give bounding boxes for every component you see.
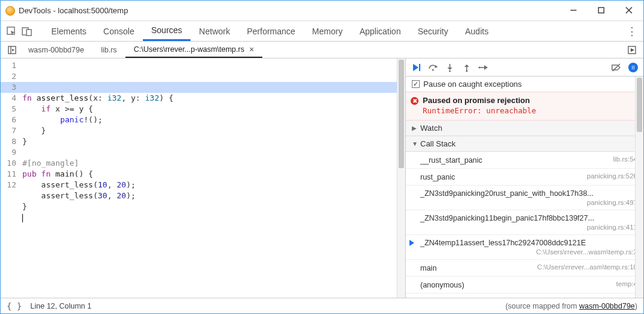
line-gutter: 123456789101112 bbox=[1, 58, 22, 298]
stack-frame[interactable]: (anonymous)temp:4 bbox=[406, 277, 643, 294]
source-mapped-info: (source mapped from wasm-00bbd79e) bbox=[505, 302, 637, 310]
stack-frame-loc: C:\Users\rrever...wasm\temp.rs:3 bbox=[420, 248, 637, 256]
content-area: 123456789101112 fn assert_less(x: i32, y… bbox=[1, 58, 643, 298]
inspect-icon[interactable] bbox=[5, 25, 17, 37]
stack-frame-fn: _ZN4temp11assert_less17hc29247008ddc9121… bbox=[420, 239, 637, 247]
svg-rect-1 bbox=[599, 7, 604, 13]
code-line: pub fn main() { bbox=[22, 169, 405, 180]
status-bar: { } Line 12, Column 1 (source mapped fro… bbox=[1, 298, 643, 313]
code-line: assert_less(30, 20); bbox=[22, 190, 405, 201]
watch-section[interactable]: ▶ Watch bbox=[406, 121, 643, 136]
stack-frame-fn: __rust_start_panic bbox=[420, 156, 482, 165]
stack-frame-fn: main bbox=[420, 264, 437, 272]
paused-reason: Paused on promise rejection bbox=[423, 96, 637, 105]
code-line: } bbox=[22, 125, 405, 136]
stack-frame[interactable]: rust_panicpanicking.rs:526 bbox=[406, 169, 643, 186]
file-tabstrip: wasm-00bbd79elib.rsC:\Users\rrever...p-w… bbox=[1, 42, 643, 58]
code-line: #[no_mangle] bbox=[22, 158, 405, 169]
stack-frame[interactable]: __rust_start_paniclib.rs:54 bbox=[406, 152, 643, 169]
error-icon: ✖ bbox=[411, 97, 418, 105]
svg-point-24 bbox=[479, 66, 481, 68]
close-button[interactable] bbox=[623, 6, 635, 16]
stack-frame-loc: panicking.rs:411 bbox=[420, 224, 637, 231]
source-pane: 123456789101112 fn assert_less(x: i32, y… bbox=[1, 58, 406, 298]
code-line: if x >= y { bbox=[22, 104, 405, 115]
minimize-button[interactable] bbox=[567, 6, 579, 16]
file-tab-label: wasm-00bbd79e bbox=[28, 46, 84, 54]
panel-tab-console[interactable]: Console bbox=[95, 21, 142, 41]
stack-frame[interactable]: _ZN4temp11assert_less17hc29247008ddc9121… bbox=[406, 235, 643, 260]
file-tab[interactable]: wasm-00bbd79e bbox=[20, 42, 92, 58]
debugger-pane: II ✓ Pause on caught exceptions ✖ Paused… bbox=[406, 58, 643, 298]
panel-tab-performance[interactable]: Performance bbox=[238, 21, 303, 41]
stack-frame[interactable]: _ZN3std9panicking20rust_panic_with_hook1… bbox=[406, 186, 643, 210]
code-line: } bbox=[22, 136, 405, 147]
svg-marker-12 bbox=[413, 64, 418, 71]
debugger-scrollbar[interactable] bbox=[635, 77, 643, 298]
pretty-print-icon[interactable]: { } bbox=[7, 301, 22, 311]
stack-frame-fn: rust_panic bbox=[420, 173, 455, 181]
step-over-icon[interactable] bbox=[428, 62, 438, 73]
pause-on-exceptions-icon[interactable]: II bbox=[628, 62, 639, 73]
close-tab-icon[interactable]: × bbox=[249, 45, 254, 54]
watch-label: Watch bbox=[420, 124, 442, 133]
source-map-link[interactable]: wasm-00bbd79e bbox=[579, 302, 634, 310]
panel-tab-memory[interactable]: Memory bbox=[304, 21, 352, 41]
expand-icon: ▶ bbox=[412, 125, 418, 131]
window-title: DevTools - localhost:5000/temp bbox=[19, 6, 564, 15]
stack-frame[interactable]: mainC:\Users\rrever...asm\temp.rs:10 bbox=[406, 260, 643, 277]
run-snippet-icon[interactable] bbox=[625, 42, 639, 58]
step-into-icon[interactable] bbox=[444, 62, 455, 73]
pause-on-caught-label: Pause on caught exceptions bbox=[423, 80, 522, 89]
panel-tabstrip: ElementsConsoleSourcesNetworkPerformance… bbox=[1, 21, 643, 42]
callstack-label: Call Stack bbox=[420, 139, 456, 148]
stack-frame-loc: temp:4 bbox=[616, 280, 637, 287]
file-tab-label: C:\Users\rrever...p-wasm\temp.rs bbox=[134, 45, 244, 54]
deactivate-breakpoints-icon[interactable] bbox=[611, 62, 622, 73]
collapse-icon: ▼ bbox=[412, 140, 418, 147]
stack-frame-loc: C:\Users\rrever...asm\temp.rs:10 bbox=[537, 263, 637, 271]
stack-frame-fn: (anonymous) bbox=[420, 281, 464, 289]
code-line bbox=[22, 147, 405, 158]
pause-on-caught-checkbox[interactable]: ✓ Pause on caught exceptions bbox=[406, 77, 643, 92]
resume-icon[interactable] bbox=[411, 62, 421, 73]
navigator-toggle-icon[interactable] bbox=[5, 42, 19, 58]
file-tab[interactable]: C:\Users\rrever...p-wasm\temp.rs× bbox=[125, 42, 263, 58]
panel-tab-application[interactable]: Application bbox=[351, 21, 409, 41]
window-titlebar: DevTools - localhost:5000/temp bbox=[1, 1, 643, 21]
overflow-menu-icon[interactable]: ⋮ bbox=[627, 25, 637, 38]
code-line bbox=[22, 212, 405, 223]
file-tab-label: lib.rs bbox=[101, 46, 116, 54]
debugger-toolbar: II bbox=[406, 58, 643, 77]
window-buttons bbox=[567, 6, 635, 16]
device-toggle-icon[interactable] bbox=[21, 25, 33, 37]
debugger-body: ✓ Pause on caught exceptions ✖ Paused on… bbox=[406, 77, 643, 298]
paused-detail: RuntimeError: unreachable bbox=[423, 106, 637, 115]
code-line: fn assert_less(x: i32, y: i32) { bbox=[22, 93, 405, 104]
stack-frame-loc: lib.rs:54 bbox=[613, 155, 637, 163]
stack-frame-fn: _ZN3std9panicking20rust_panic_with_hook1… bbox=[420, 189, 637, 198]
svg-marker-23 bbox=[484, 65, 488, 70]
code-area[interactable]: fn assert_less(x: i32, y: i32) { if x >=… bbox=[22, 58, 405, 298]
svg-marker-17 bbox=[447, 68, 452, 70]
checkbox-icon: ✓ bbox=[412, 80, 420, 88]
paused-banner: ✖ Paused on promise rejection RuntimeErr… bbox=[406, 92, 643, 121]
panel-tab-network[interactable]: Network bbox=[191, 21, 238, 41]
stack-frame-loc: panicking.rs:526 bbox=[587, 172, 637, 180]
panel-tab-security[interactable]: Security bbox=[409, 21, 457, 41]
callstack-section[interactable]: ▼ Call Stack bbox=[406, 136, 643, 152]
panel-tab-audits[interactable]: Audits bbox=[456, 21, 497, 41]
svg-marker-20 bbox=[464, 64, 469, 67]
svg-marker-11 bbox=[631, 48, 634, 52]
file-tab[interactable]: lib.rs bbox=[92, 42, 125, 58]
maximize-button[interactable] bbox=[595, 6, 607, 16]
panel-tab-sources[interactable]: Sources bbox=[143, 21, 191, 41]
step-out-icon[interactable] bbox=[461, 62, 472, 73]
step-icon[interactable] bbox=[478, 62, 489, 73]
stack-frame[interactable]: _ZN3std9panicking11begin_panic17hf8bbc13… bbox=[406, 210, 643, 235]
svg-rect-6 bbox=[27, 30, 31, 36]
async-boundary: Promise.then (async) bbox=[406, 294, 643, 298]
svg-marker-9 bbox=[12, 49, 14, 51]
svg-point-18 bbox=[449, 70, 451, 72]
panel-tab-elements[interactable]: Elements bbox=[43, 21, 95, 41]
